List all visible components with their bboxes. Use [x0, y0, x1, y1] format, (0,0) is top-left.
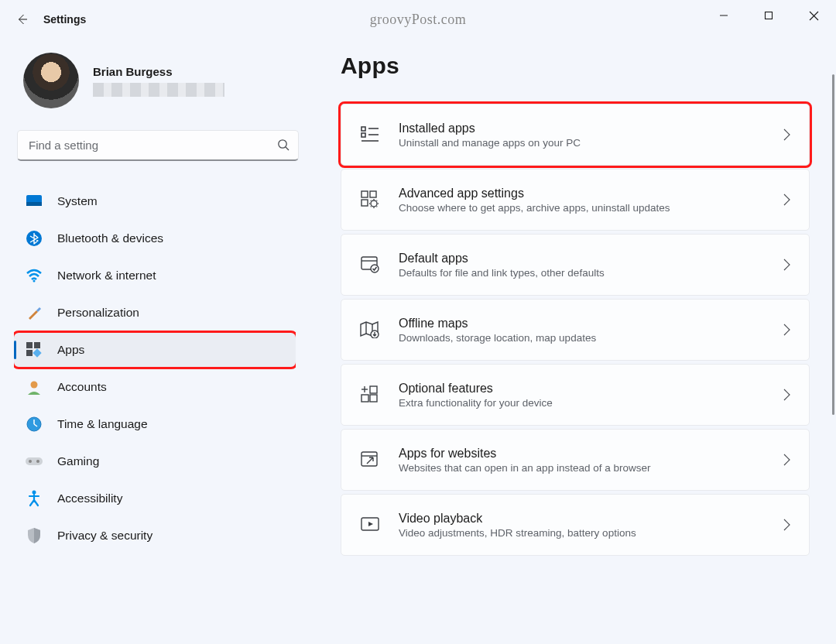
svg-rect-12 [26, 350, 33, 356]
search-input[interactable] [29, 139, 277, 152]
close-button[interactable] [791, 0, 836, 31]
svg-point-9 [33, 280, 36, 283]
card-apps-for-websites[interactable]: Apps for websitesWebsites that can open … [341, 429, 810, 491]
sidebar-item-personalization[interactable]: Personalization [14, 296, 296, 330]
person-icon [25, 378, 43, 396]
account-email-redacted [93, 83, 224, 97]
svg-rect-11 [34, 342, 40, 348]
minimize-icon [719, 11, 728, 20]
svg-rect-1 [766, 12, 773, 19]
list-icon [360, 125, 380, 145]
sidebar-item-accessibility[interactable]: Accessibility [14, 481, 296, 516]
chevron-right-icon [783, 519, 790, 531]
card-subtitle: Downloads, storage location, map updates [399, 332, 765, 344]
sidebar-item-network[interactable]: Network & internet [14, 259, 296, 293]
sidebar-item-privacy[interactable]: Privacy & security [14, 519, 296, 553]
card-subtitle: Defaults for file and link types, other … [399, 267, 765, 279]
grid-gear-icon [360, 190, 380, 210]
sidebar-item-label: Bluetooth & devices [57, 231, 163, 245]
card-subtitle: Uninstall and manage apps on your PC [399, 137, 765, 149]
card-title: Installed apps [399, 122, 765, 135]
wifi-icon [25, 266, 43, 285]
gamepad-icon [25, 452, 43, 471]
card-offline-maps[interactable]: Offline mapsDownloads, storage location,… [341, 299, 810, 361]
card-video-playback[interactable]: Video playbackVideo adjustments, HDR str… [341, 494, 810, 556]
sidebar: Brian Burgess System Bluetooth & devices… [0, 39, 310, 644]
card-subtitle: Choose where to get apps, archive apps, … [399, 202, 765, 214]
svg-rect-28 [361, 200, 368, 206]
svg-rect-13 [33, 348, 41, 357]
svg-rect-17 [26, 457, 43, 465]
sidebar-item-label: Time & language [57, 417, 148, 431]
system-icon [25, 192, 43, 211]
sidebar-item-accounts[interactable]: Accounts [14, 370, 296, 404]
clock-globe-icon [25, 415, 43, 433]
maximize-button[interactable] [746, 0, 791, 31]
maximize-icon [764, 11, 773, 20]
map-download-icon [360, 320, 380, 340]
account-info: Brian Burgess [93, 65, 224, 97]
back-button[interactable] [6, 4, 37, 35]
card-subtitle: Extra functionality for your device [399, 397, 765, 409]
svg-point-18 [29, 460, 32, 463]
sidebar-item-label: Accessibility [57, 492, 122, 505]
sidebar-item-label: Apps [57, 343, 84, 357]
sidebar-item-label: Network & internet [57, 269, 156, 283]
minimize-button[interactable] [701, 0, 746, 31]
avatar [23, 53, 79, 108]
svg-line-5 [286, 147, 289, 150]
page-title: Apps [341, 53, 810, 79]
svg-rect-22 [361, 133, 365, 137]
svg-point-29 [371, 200, 377, 207]
scrollbar[interactable] [831, 0, 834, 644]
grid-plus-icon [360, 385, 380, 405]
sidebar-item-bluetooth[interactable]: Bluetooth & devices [14, 221, 296, 255]
svg-rect-21 [361, 127, 365, 131]
titlebar: Settings groovyPost.com [0, 0, 836, 39]
svg-point-14 [31, 382, 38, 389]
window-title: Settings [43, 13, 86, 26]
card-title: Advanced app settings [399, 187, 765, 200]
svg-rect-26 [361, 191, 368, 197]
window-check-icon [360, 255, 380, 275]
card-subtitle: Websites that can open in an app instead… [399, 462, 765, 474]
svg-point-20 [33, 491, 36, 495]
settings-card-list: Installed appsUninstall and manage apps … [341, 104, 810, 556]
window-controls [701, 0, 836, 31]
sidebar-item-gaming[interactable]: Gaming [14, 444, 296, 478]
account-block[interactable]: Brian Burgess [14, 53, 296, 108]
sidebar-item-apps[interactable]: Apps [14, 333, 296, 367]
card-advanced-app-settings[interactable]: Advanced app settingsChoose where to get… [341, 169, 810, 231]
svg-rect-27 [370, 191, 376, 197]
chevron-right-icon [783, 128, 790, 141]
apps-icon [25, 341, 43, 359]
card-default-apps[interactable]: Default appsDefaults for file and link t… [341, 234, 810, 296]
sidebar-item-system[interactable]: System [14, 184, 296, 218]
svg-rect-36 [370, 395, 377, 402]
card-installed-apps[interactable]: Installed appsUninstall and manage apps … [341, 104, 810, 166]
chevron-right-icon [783, 259, 790, 271]
svg-rect-39 [361, 452, 377, 466]
card-optional-features[interactable]: Optional featuresExtra functionality for… [341, 364, 810, 426]
card-subtitle: Video adjustments, HDR streaming, batter… [399, 527, 765, 539]
svg-rect-7 [26, 202, 42, 206]
sidebar-item-label: Personalization [57, 306, 139, 320]
chevron-right-icon [783, 389, 790, 401]
svg-rect-10 [26, 342, 33, 348]
card-title: Optional features [399, 382, 765, 396]
sidebar-item-label: Accounts [57, 380, 107, 394]
sidebar-item-label: Privacy & security [57, 529, 152, 543]
content-area: Apps Installed appsUninstall and manage … [310, 39, 836, 644]
arrow-left-icon [15, 13, 28, 26]
chevron-right-icon [783, 324, 790, 336]
svg-point-32 [371, 265, 379, 272]
card-title: Video playback [399, 512, 765, 526]
bluetooth-icon [25, 229, 43, 248]
svg-rect-34 [370, 386, 377, 393]
sidebar-item-timelang[interactable]: Time & language [14, 407, 296, 441]
chevron-right-icon [783, 454, 790, 466]
accessibility-icon [25, 489, 43, 508]
search-icon [277, 139, 290, 152]
search-box[interactable] [17, 130, 299, 161]
scrollbar-thumb[interactable] [832, 74, 834, 415]
